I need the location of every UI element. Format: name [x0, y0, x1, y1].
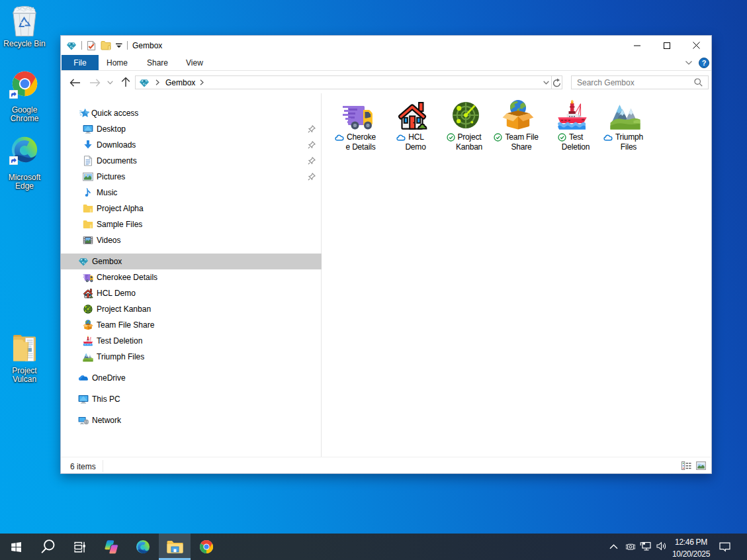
- svg-text:?: ?: [702, 59, 707, 67]
